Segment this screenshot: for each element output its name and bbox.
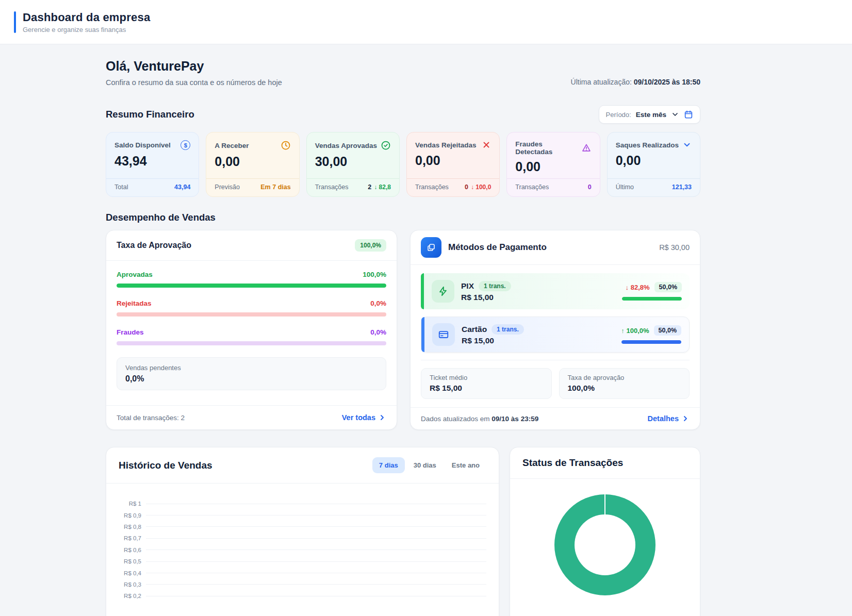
x-icon [482, 140, 491, 149]
pending-label: Vendas pendentes [125, 364, 378, 372]
rate-row-aprovadas: Aprovadas 100,0% [117, 271, 386, 288]
y-tick: R$ 0,6 [113, 547, 141, 553]
method-row-cartao: Cartão 1 trans. R$ 15,00 ↑ 100,0% 50,0% [421, 317, 690, 353]
donut-hole [575, 514, 635, 575]
tab-30-dias[interactable]: 30 dias [407, 457, 443, 473]
y-tick: R$ 0,5 [113, 558, 141, 564]
rate-bar [117, 312, 386, 317]
donut-segment-gap [604, 494, 605, 515]
method-delta: ↑ 100,0% [621, 327, 649, 335]
kpi-footer-label: Transações [315, 184, 349, 191]
rate-row-rejeitadas: Rejeitadas 0,0% [117, 299, 386, 317]
credit-card-icon [432, 323, 455, 346]
rate-value: 0,0% [370, 299, 386, 307]
app-title: Dashboard da empresa [23, 11, 150, 24]
kpi-value: 43,94 [106, 150, 199, 169]
kpi-card-vendas-rejeitadas: Vendas Rejeitadas 0,00 Transações 0↓ 100… [406, 132, 500, 197]
ver-todas-link[interactable]: Ver todas [342, 413, 386, 422]
history-range-tabs: 7 dias 30 dias Este ano [372, 457, 486, 473]
y-tick: R$ 0,8 [113, 524, 141, 530]
kpi-card-vendas-aprovadas: Vendas Aprovadas 30,00 Transações 2↓ 82,… [306, 132, 400, 197]
kpi-footer-label: Transações [415, 184, 449, 191]
stat-box-taxa-aprovacao: Taxa de aprovação 100,0% [559, 368, 690, 399]
kpi-footer-delta: ↓ 82,8 [374, 184, 391, 191]
method-share-badge: 50,0% [654, 282, 682, 292]
period-label: Período: [606, 111, 631, 119]
section-title-desempenho: Desempenho de Vendas [106, 212, 216, 223]
payment-methods-icon [421, 237, 441, 258]
methods-card-title: Métodos de Pagamento [448, 242, 652, 253]
main-content: Olá, VenturePay Confira o resumo da sua … [106, 44, 700, 616]
kpi-footer-value: 2 [368, 184, 371, 191]
pending-value: 0,0% [125, 374, 378, 384]
method-accent-bar [421, 317, 424, 352]
rate-label: Fraudes [117, 328, 144, 336]
status-title: Status de Transações [522, 457, 687, 469]
chevron-down-icon [671, 110, 679, 119]
method-progress-bar [621, 340, 681, 344]
stat-label: Ticket médio [430, 374, 543, 381]
y-tick: R$ 0,2 [113, 593, 141, 599]
last-update: Última atualização: 09/10/2025 às 18:50 [571, 78, 700, 87]
warning-icon [581, 143, 592, 153]
kpi-label: Saques Realizados [616, 141, 679, 149]
detalhes-link[interactable]: Detalhes [648, 414, 690, 423]
approval-badge: 100,0% [355, 239, 386, 252]
y-tick: R$ 0,4 [113, 570, 141, 576]
tab-7-dias[interactable]: 7 dias [372, 457, 405, 473]
kpi-footer-value: Em 7 dias [260, 184, 290, 191]
kpi-value: 30,00 [307, 151, 399, 169]
kpi-label: Vendas Rejeitadas [415, 141, 477, 149]
header-accent-bar [14, 11, 16, 33]
method-trans-badge: 1 trans. [491, 324, 524, 335]
section-title-resumo: Resumo Financeiro [106, 109, 194, 120]
kpi-card-fraudes-detectadas: Fraudes Detectadas 0,00 Transações 0 [506, 132, 600, 197]
sales-history-chart: R$ 1 R$ 0,9 R$ 0,8 R$ 0,7 R$ 0,6 R$ 0,5 … [106, 484, 499, 602]
rate-value: 0,0% [370, 328, 386, 336]
greeting-subtitle: Confira o resumo da sua conta e os númer… [106, 78, 282, 87]
last-update-value: 09/10/2025 às 18:50 [634, 78, 700, 86]
method-trans-badge: 1 trans. [479, 281, 511, 291]
tab-este-ano[interactable]: Este ano [445, 457, 486, 473]
detalhes-label: Detalhes [648, 414, 679, 423]
app-header: Dashboard da empresa Gerencie e organize… [0, 0, 852, 44]
clock-icon [281, 140, 291, 151]
method-delta: ↓ 82,8% [626, 284, 650, 291]
sales-history-card: Histórico de Vendas 7 dias 30 dias Este … [106, 447, 499, 616]
period-value: Este mês [636, 111, 666, 119]
rate-bar [117, 341, 386, 345]
payment-methods-card: Métodos de Pagamento R$ 30,00 PIX 1 tran… [410, 230, 700, 430]
kpi-footer-label: Previsão [215, 184, 240, 191]
app-subtitle: Gerencie e organize suas finanças [23, 26, 150, 34]
last-update-label: Última atualização: [571, 78, 632, 86]
kpi-value: 0,00 [407, 149, 499, 168]
method-name: Cartão [462, 325, 487, 334]
kpi-value: 0,00 [507, 156, 599, 174]
period-selector[interactable]: Período: Este mês [599, 105, 700, 124]
method-amount: R$ 15,00 [461, 293, 511, 302]
transaction-status-card: Status de Transações [510, 447, 700, 616]
divider [421, 360, 690, 360]
kpi-footer-label: Total [114, 184, 128, 191]
methods-updated-prefix: Dados atualizados em [421, 415, 491, 423]
methods-updated-datetime: 09/10 às 23:59 [491, 415, 538, 423]
kpi-label: Saldo Disponível [114, 141, 171, 149]
rate-bar [117, 284, 386, 288]
stat-value: 100,0% [568, 384, 681, 393]
calendar-icon[interactable] [684, 110, 693, 119]
check-circle-icon [381, 140, 391, 151]
rate-label: Rejeitadas [117, 299, 152, 307]
method-row-pix: PIX 1 trans. R$ 15,00 ↓ 82,8% 50,0% [421, 273, 690, 309]
rate-label: Aprovadas [117, 271, 153, 278]
kpi-value: 0,00 [206, 151, 299, 169]
kpi-card-saques-realizados: Saques Realizados 0,00 Último 121,33 [607, 132, 700, 197]
y-tick: R$ 0,7 [113, 535, 141, 541]
approval-card-title: Taxa de Aprovação [117, 241, 191, 250]
kpi-footer-label: Transações [515, 184, 549, 191]
chevron-down-icon[interactable] [682, 140, 692, 149]
kpi-card-saldo-disponivel: Saldo Disponível $ 43,94 Total 43,94 [106, 132, 199, 197]
method-amount: R$ 15,00 [462, 336, 524, 345]
lightning-icon [432, 280, 454, 303]
kpi-label: Vendas Aprovadas [315, 142, 377, 149]
kpi-card-a-receber: A Receber 0,00 Previsão Em 7 dias [206, 132, 299, 197]
